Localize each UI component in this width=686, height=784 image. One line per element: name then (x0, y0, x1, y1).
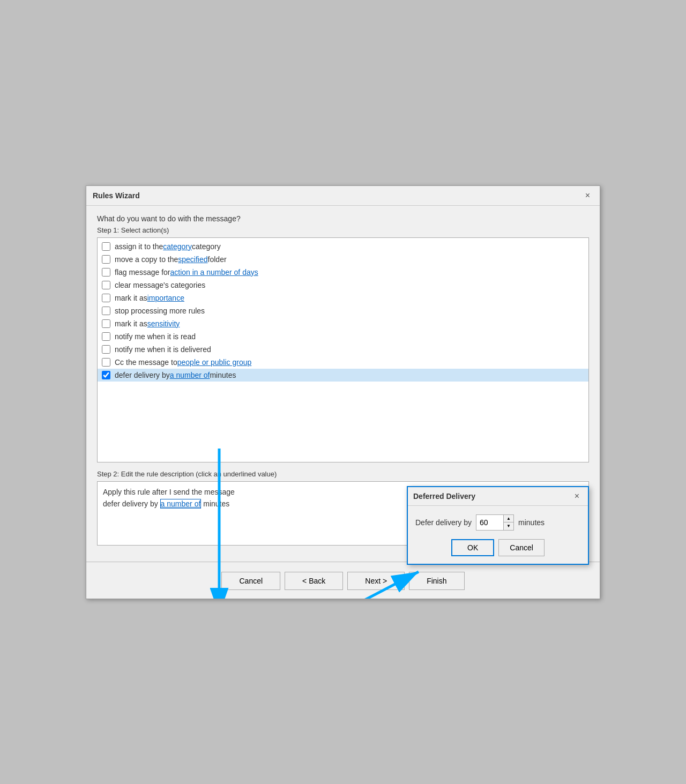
wizard-title: Rules Wizard (93, 191, 140, 200)
action-link-2[interactable]: specified (178, 255, 207, 264)
question-label: What do you want to do with the message? (97, 214, 589, 223)
actions-list: assign it to the category categorymove a… (97, 237, 589, 462)
action-checkbox-5[interactable] (102, 294, 110, 302)
title-bar: Rules Wizard × (86, 186, 600, 206)
action-checkbox-9[interactable] (102, 345, 110, 354)
cancel-button[interactable]: Cancel (221, 572, 280, 590)
footer-buttons: Cancel < Back Next > Finish (86, 568, 600, 599)
action-checkbox-7[interactable] (102, 319, 110, 328)
dialog-ok-button[interactable]: OK (451, 539, 494, 556)
action-item-1[interactable]: assign it to the category category (98, 240, 588, 253)
spinner-buttons: ▲ ▼ (503, 515, 513, 530)
action-checkbox-2[interactable] (102, 255, 110, 264)
action-link-11[interactable]: a number of (170, 371, 210, 379)
action-text-before-11: defer delivery by (115, 371, 170, 379)
action-link-1[interactable]: category (163, 242, 192, 251)
action-checkbox-6[interactable] (102, 307, 110, 315)
action-item-5[interactable]: mark it as importance (98, 292, 588, 304)
action-item-2[interactable]: move a copy to the specified folder (98, 253, 588, 266)
action-text-before-1: assign it to the (115, 242, 163, 251)
rules-wizard: Rules Wizard × What do you want to do wi… (86, 185, 600, 599)
number-input-container: ▲ ▼ (476, 514, 514, 531)
action-checkbox-11[interactable] (102, 371, 110, 379)
action-link-3[interactable]: action in a number of days (170, 268, 258, 277)
wizard-close-button[interactable]: × (582, 190, 593, 201)
action-text-before-10: Cc the message to (115, 358, 177, 367)
action-link-5[interactable]: importance (147, 294, 184, 302)
action-text-before-5: mark it as (115, 294, 147, 302)
action-checkbox-3[interactable] (102, 268, 110, 277)
action-text-6: stop processing more rules (115, 307, 205, 315)
action-item-6[interactable]: stop processing more rules (98, 304, 588, 317)
action-checkbox-1[interactable] (102, 242, 110, 251)
action-checkbox-8[interactable] (102, 332, 110, 341)
increment-button[interactable]: ▲ (504, 515, 513, 522)
action-item-3[interactable]: flag message for action in a number of d… (98, 266, 588, 279)
finish-button[interactable]: Finish (409, 572, 464, 590)
action-text-4: clear message's categories (115, 281, 205, 289)
dialog-cancel-button[interactable]: Cancel (498, 539, 545, 556)
desc-after: minutes (201, 499, 229, 508)
next-button[interactable]: Next > (347, 572, 405, 590)
deferred-delivery-dialog: Deferred Delivery × Defer delivery by ▲ … (407, 486, 589, 565)
dialog-footer: OK Cancel (415, 539, 580, 556)
dialog-close-button[interactable]: × (571, 490, 583, 502)
action-text-8: notify me when it is read (115, 332, 196, 341)
action-link-10[interactable]: people or public group (177, 358, 252, 367)
action-text-after-1: category (192, 242, 221, 251)
step2-label: Step 2: Edit the rule description (click… (97, 470, 589, 478)
description-link[interactable]: a number of (160, 499, 202, 509)
action-checkbox-10[interactable] (102, 358, 110, 367)
dialog-body: Defer delivery by ▲ ▼ minutes OK Cancel (408, 506, 588, 564)
defer-label: Defer delivery by (415, 518, 472, 527)
action-text-after-11: minutes (210, 371, 236, 379)
action-item-10[interactable]: Cc the message to people or public group (98, 356, 588, 369)
action-checkbox-4[interactable] (102, 281, 110, 289)
decrement-button[interactable]: ▼ (504, 522, 513, 530)
action-text-before-3: flag message for (115, 268, 170, 277)
action-text-before-7: mark it as (115, 319, 147, 328)
back-button[interactable]: < Back (285, 572, 343, 590)
minutes-label: minutes (518, 518, 545, 527)
action-item-7[interactable]: mark it as sensitivity (98, 317, 588, 330)
action-text-before-2: move a copy to the (115, 255, 178, 264)
action-item-9[interactable]: notify me when it is delivered (98, 343, 588, 356)
dialog-title: Deferred Delivery (413, 492, 475, 501)
action-text-9: notify me when it is delivered (115, 345, 211, 354)
action-item-11[interactable]: defer delivery by a number of minutes (98, 369, 588, 382)
step1-label: Step 1: Select action(s) (97, 226, 589, 234)
defer-row: Defer delivery by ▲ ▼ minutes (415, 514, 580, 531)
desc-before: defer delivery by (103, 499, 160, 508)
action-item-4[interactable]: clear message's categories (98, 279, 588, 292)
minutes-input[interactable] (476, 516, 503, 529)
dialog-title-bar: Deferred Delivery × (408, 487, 588, 506)
action-link-7[interactable]: sensitivity (147, 319, 180, 328)
action-item-8[interactable]: notify me when it is read (98, 330, 588, 343)
action-text-after-2: folder (208, 255, 227, 264)
